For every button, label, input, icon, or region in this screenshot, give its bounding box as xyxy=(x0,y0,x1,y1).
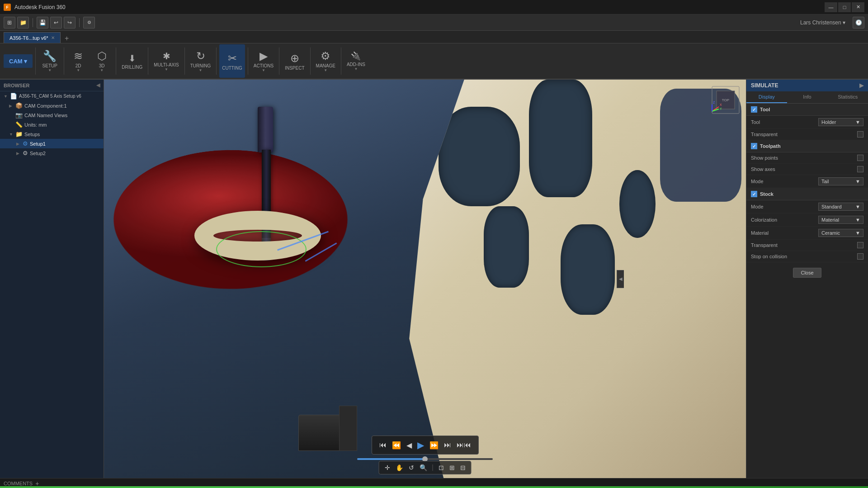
playback-forward-fast[interactable]: ⏭ xyxy=(442,440,453,450)
tree-label-component: CAM Component:1 xyxy=(24,103,100,109)
vp-zoom-tool[interactable]: 🔍 xyxy=(418,463,429,472)
tab-display[interactable]: Display xyxy=(746,91,787,103)
playback-play[interactable]: ▶ xyxy=(415,439,426,451)
user-menu[interactable]: Lars Christensen ▾ xyxy=(797,18,849,28)
new-tab-button[interactable]: + xyxy=(62,34,71,43)
toolpath-mode-dropdown[interactable]: Tail ▼ xyxy=(818,177,863,185)
tree-item-units[interactable]: ▶ 📏 Units: mm xyxy=(0,120,104,129)
panel-collapse-arrow[interactable]: ◀ xyxy=(617,270,624,288)
tree-arrow-setup2: ▶ xyxy=(16,151,21,156)
toolbar-cutting[interactable]: ✂ CUTTING xyxy=(219,44,245,78)
toolbar-actions[interactable]: ▶ ACTIONS ▼ xyxy=(251,44,276,78)
tree-item-component[interactable]: ▶ 📦 CAM Component:1 xyxy=(0,101,104,110)
toolbar-sep-6 xyxy=(248,47,248,75)
tab-main[interactable]: A356-T6...tup v6* ✕ xyxy=(4,32,61,43)
vp-orbit-tool[interactable]: ↺ xyxy=(407,463,416,472)
playback-timeline[interactable] xyxy=(357,458,493,460)
redo-icon[interactable]: ↪ xyxy=(64,17,75,28)
playback-forward[interactable]: ⏩ xyxy=(428,440,440,450)
stop-collision-checkbox[interactable] xyxy=(857,253,863,260)
colorization-dropdown[interactable]: Material ▼ xyxy=(818,216,863,224)
simulate-expand-icon[interactable]: ▶ xyxy=(859,82,863,89)
vp-snap-icon[interactable]: ⊟ xyxy=(458,463,467,472)
stock-mode-arrow: ▼ xyxy=(855,204,860,209)
stock-section-checkbox[interactable]: ✓ xyxy=(751,191,757,197)
toolbar-turning[interactable]: ↻ TURNING ▼ xyxy=(188,44,214,78)
browser-collapse-icon[interactable]: ◀ xyxy=(96,82,100,88)
tool-dropdown[interactable]: Holder ▼ xyxy=(818,118,863,126)
stock-mode-dropdown[interactable]: Standard ▼ xyxy=(818,203,863,211)
toolpath-section-label: Toolpath xyxy=(760,143,781,149)
playback-rewind[interactable]: ◀ xyxy=(405,440,414,450)
playback-rewind-fast[interactable]: ⏪ xyxy=(390,440,403,450)
tree-item-setups[interactable]: ▼ 📁 Setups xyxy=(0,129,104,139)
toolbar: CAM ▾ 🔧 SETUP ▼ ≋ 2D ▼ ⬡ 3D ▼ ⬇ DRILLING… xyxy=(0,43,868,80)
cam-workspace-button[interactable]: CAM ▾ xyxy=(4,54,33,68)
tool-transparent-checkbox[interactable] xyxy=(857,131,863,137)
apps-icon[interactable]: ⊞ xyxy=(4,17,15,28)
show-points-checkbox[interactable] xyxy=(857,155,863,161)
toolbar-setup[interactable]: 🔧 SETUP ▼ xyxy=(38,44,61,78)
stock-section: ✓ Stock Mode Standard ▼ Colorization Mat… xyxy=(746,188,868,262)
tree-item-named-views[interactable]: ▶ 📷 CAM Named Views xyxy=(0,110,104,120)
toolpath-section-checkbox[interactable]: ✓ xyxy=(751,143,757,149)
drilling-label: DRILLING xyxy=(122,65,142,70)
actions-label: ACTIONS xyxy=(254,63,274,68)
tab-close-icon[interactable]: ✕ xyxy=(51,35,55,40)
vp-pan-tool[interactable]: ✋ xyxy=(394,463,405,472)
save-icon[interactable]: 💾 xyxy=(37,17,48,28)
drilling-icon: ⬇ xyxy=(128,53,136,64)
viewcube[interactable]: TOP X Y Z xyxy=(710,84,741,116)
bottom-bar: COMMENTS + xyxy=(0,478,868,488)
toolbar-manage[interactable]: ⚙ MANAGE ▼ xyxy=(313,44,338,78)
toolbar-2d[interactable]: ≋ 2D ▼ xyxy=(67,44,90,78)
playback-to-end[interactable]: ⏭⏮ xyxy=(455,440,473,450)
tabbar: A356-T6...tup v6* ✕ + xyxy=(0,31,868,43)
show-axes-checkbox[interactable] xyxy=(857,166,863,172)
close-button[interactable]: ✕ xyxy=(852,2,864,12)
toolbar-drilling[interactable]: ⬇ DRILLING xyxy=(119,44,145,78)
file-menu-icon[interactable]: 📁 xyxy=(17,17,29,28)
vp-select-tool[interactable]: ✛ xyxy=(383,463,392,472)
tool-section-checkbox[interactable]: ✓ xyxy=(751,106,757,113)
multiaxis-label: MULTI-AXIS xyxy=(154,62,179,67)
toolpath-section-header: ✓ Toolpath xyxy=(746,140,868,152)
file-icon: 📄 xyxy=(10,93,17,99)
window-controls: — □ ✕ xyxy=(825,2,864,12)
vp-grid-icon[interactable]: ⊞ xyxy=(448,463,457,472)
toolbar-sep-9 xyxy=(341,47,341,75)
toolbar-addins[interactable]: 🔌 ADD-INS ▼ xyxy=(344,44,368,78)
3d-arrow: ▼ xyxy=(100,68,104,72)
workspaces-icon[interactable]: ⚙ xyxy=(83,17,95,28)
material-dropdown[interactable]: Ceramic ▼ xyxy=(818,229,863,237)
tool-section-header: ✓ Tool xyxy=(746,104,868,116)
playback-to-start[interactable]: ⏮ xyxy=(377,440,388,450)
stock-transparent-checkbox[interactable] xyxy=(857,242,863,248)
tree-item-setup1[interactable]: ▶ ⚙ Setup1 xyxy=(0,139,104,148)
toolbar-multiaxis[interactable]: ✱ MULTI-AXIS ▼ xyxy=(151,44,181,78)
viewport[interactable]: TOP X Y Z ⏮ ⏪ ◀ ▶ ⏩ ⏭ ⏭⏮ xyxy=(104,80,746,478)
colorization-row: Colorization Material ▼ xyxy=(746,213,868,227)
close-simulate-button[interactable]: Close xyxy=(793,268,821,278)
tree-item-setup2[interactable]: ▶ ⚙ Setup2 xyxy=(0,148,104,158)
clock-icon[interactable]: 🕐 xyxy=(853,17,864,28)
inspect-label: INSPECT xyxy=(285,66,304,71)
maximize-button[interactable]: □ xyxy=(838,2,851,12)
undo-icon[interactable]: ↩ xyxy=(50,17,62,28)
minimize-button[interactable]: — xyxy=(825,2,837,12)
browser-header: BROWSER ◀ xyxy=(0,80,104,91)
toolbar-3d[interactable]: ⬡ 3D ▼ xyxy=(90,44,113,78)
toolbar-inspect[interactable]: ⊕ INSPECT xyxy=(282,44,307,78)
tab-info[interactable]: Info xyxy=(787,91,828,103)
progress-bar[interactable] xyxy=(357,458,493,460)
tab-label: A356-T6...tup v6* xyxy=(9,35,48,41)
multiaxis-arrow: ▼ xyxy=(165,67,168,71)
manage-icon: ⚙ xyxy=(321,50,330,62)
setup2-icon: ⚙ xyxy=(23,150,28,156)
tree-item-root[interactable]: ▼ 📄 A356-T6_CAM 5 Axis Setup v6 xyxy=(0,91,104,101)
vp-display-settings[interactable]: ⊡ xyxy=(437,463,446,472)
tab-statistics[interactable]: Statistics xyxy=(827,91,868,103)
vp-toolbar-sep xyxy=(433,464,433,471)
comments-label: COMMENTS xyxy=(4,481,33,486)
toolbar-sep-7 xyxy=(279,47,279,75)
